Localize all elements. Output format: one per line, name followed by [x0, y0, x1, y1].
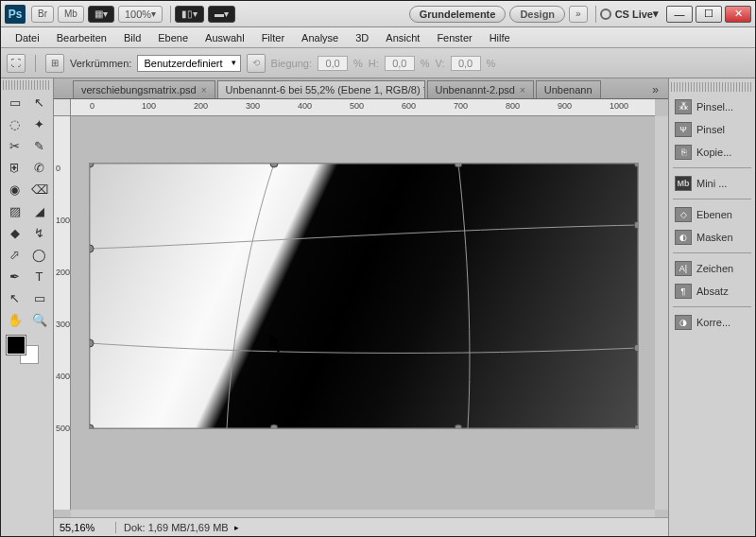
workspace-design[interactable]: Design: [509, 6, 565, 23]
minimize-button[interactable]: —: [666, 6, 693, 23]
ruler-vertical[interactable]: 0100200300400500: [54, 116, 71, 510]
workspace-more[interactable]: »: [569, 6, 588, 23]
panel-grip[interactable]: [3, 80, 51, 90]
chevron-right-icon[interactable]: ▸: [234, 523, 239, 532]
panel-absatz[interactable]: ¶Absatz: [671, 280, 753, 303]
screenmode-button[interactable]: ▦▾: [88, 6, 114, 23]
bend-label: Biegung:: [271, 58, 312, 69]
tool-0[interactable]: ▭: [3, 92, 26, 113]
bend-field[interactable]: 0,0: [318, 56, 348, 71]
ruler-origin[interactable]: [54, 99, 71, 116]
tool-20[interactable]: ✋: [3, 309, 26, 330]
zoom-dropdown[interactable]: 100% ▾: [118, 6, 163, 23]
tool-7[interactable]: ✆: [27, 157, 51, 178]
tool-17[interactable]: T: [27, 266, 51, 286]
tool-3[interactable]: ✦: [27, 113, 51, 134]
tab-overflow[interactable]: »: [646, 81, 664, 98]
warp-preset-select[interactable]: Benutzerdefiniert: [137, 55, 240, 72]
document-content[interactable]: [90, 164, 638, 428]
orientation-icon[interactable]: ⟲: [247, 54, 266, 73]
v-field[interactable]: 0,0: [451, 56, 481, 71]
tool-13[interactable]: ↯: [27, 222, 51, 243]
workspace-grundelemente[interactable]: Grundelemente: [409, 6, 507, 23]
tool-16[interactable]: ✒: [3, 266, 26, 286]
panel-kopie...[interactable]: ⎘Kopie...: [671, 141, 753, 164]
cs-live-button[interactable]: CS Live ▾: [600, 8, 659, 20]
tool-15[interactable]: ◯: [27, 244, 51, 265]
color-swatches[interactable]: [3, 334, 51, 364]
panel-grip[interactable]: [671, 82, 753, 92]
panel-label: Kopie...: [696, 147, 731, 158]
ruler-horizontal[interactable]: 01002003004005006007008009001000: [71, 99, 655, 116]
warp-grid-icon[interactable]: ⊞: [45, 54, 64, 73]
doc-tab-4[interactable]: Unbenann: [536, 80, 601, 98]
menu-ebene[interactable]: Ebene: [149, 30, 197, 45]
scrollbar-vertical[interactable]: [655, 116, 668, 510]
doc-tab-1[interactable]: verschiebungsmatrix.psd×: [73, 80, 215, 98]
menubar: Datei Bearbeiten Bild Ebene Auswahl Filt…: [1, 27, 755, 48]
panel-icon: ⎘: [675, 145, 692, 160]
menu-ansicht[interactable]: Ansicht: [377, 30, 428, 45]
panel-label: Absatz: [696, 286, 729, 297]
tool-8[interactable]: ◉: [3, 179, 26, 199]
panel-masken[interactable]: ◐Masken: [671, 226, 753, 249]
tool-10[interactable]: ▨: [3, 200, 26, 221]
tool-1[interactable]: ↖: [27, 92, 51, 113]
tool-5[interactable]: ✎: [27, 135, 51, 156]
doc-tab-3[interactable]: Unbenannt-2.psd×: [427, 80, 534, 98]
bridge-button[interactable]: Br: [31, 6, 54, 23]
tool-12[interactable]: ◆: [3, 222, 26, 243]
screenmode2-button[interactable]: ▬▾: [208, 6, 235, 23]
foreground-swatch[interactable]: [7, 336, 26, 355]
scrollbar-horizontal[interactable]: [71, 510, 655, 517]
panel-label: Masken: [696, 232, 733, 243]
tool-21[interactable]: 🔍: [27, 309, 51, 330]
maximize-button[interactable]: ☐: [696, 6, 722, 23]
tool-14[interactable]: ⬀: [3, 244, 26, 265]
v-label: V:: [436, 58, 445, 69]
h-field[interactable]: 0,0: [385, 56, 415, 71]
menu-bild[interactable]: Bild: [115, 30, 149, 45]
tool-4[interactable]: ✂: [3, 135, 26, 156]
menu-3d[interactable]: 3D: [347, 30, 377, 45]
menu-auswahl[interactable]: Auswahl: [197, 30, 253, 45]
panel-korre...[interactable]: ◑Korre...: [671, 311, 753, 334]
panel-zeichen[interactable]: A|Zeichen: [671, 257, 753, 280]
tool-11[interactable]: ◢: [27, 200, 51, 221]
close-icon[interactable]: ×: [520, 85, 525, 95]
menu-datei[interactable]: Datei: [7, 30, 48, 45]
app-logo: Ps: [5, 5, 26, 24]
h-label: H:: [369, 58, 379, 69]
canvas-viewport[interactable]: [71, 116, 655, 510]
tool-9[interactable]: ⌫: [27, 179, 51, 199]
panel-label: Pinsel: [696, 124, 725, 135]
zoom-field[interactable]: 55,16%: [60, 522, 116, 533]
document-tabbar: verschiebungsmatrix.psd× Unbenannt-6 bei…: [54, 78, 668, 99]
panel-pinsel[interactable]: ΨPinsel: [671, 118, 753, 141]
panel-pinsel...[interactable]: ⁂Pinsel...: [671, 95, 753, 118]
doc-tab-2[interactable]: Unbenannt-6 bei 55,2% (Ebene 1, RGB/8) *…: [217, 80, 425, 98]
doc-info[interactable]: Dok: 1,69 MB/1,69 MB: [116, 522, 229, 533]
panel-label: Korre...: [696, 317, 730, 328]
menu-hilfe[interactable]: Hilfe: [481, 30, 519, 45]
tool-6[interactable]: ⛨: [3, 157, 26, 178]
panel-icon: ¶: [675, 284, 692, 299]
panel-ebenen[interactable]: ◇Ebenen: [671, 203, 753, 226]
menu-analyse[interactable]: Analyse: [293, 30, 347, 45]
tool-19[interactable]: ▭: [27, 287, 51, 308]
transform-icon[interactable]: ⛶: [7, 54, 26, 73]
menu-fenster[interactable]: Fenster: [428, 30, 480, 45]
arrange-button[interactable]: ▮▯▾: [175, 6, 204, 23]
close-icon[interactable]: ×: [201, 85, 207, 95]
warp-label: Verkrümmen:: [70, 58, 131, 69]
panel-icon: ◑: [675, 315, 692, 330]
close-button[interactable]: ✕: [725, 6, 751, 23]
panel-label: Zeichen: [696, 263, 733, 274]
menu-bearbeiten[interactable]: Bearbeiten: [48, 30, 115, 45]
panel-dock: ⁂Pinsel...ΨPinsel⎘Kopie...MbMini ...◇Ebe…: [668, 78, 755, 536]
minibridge-button[interactable]: Mb: [58, 6, 84, 23]
tool-2[interactable]: ◌: [3, 113, 26, 134]
tool-18[interactable]: ↖: [3, 287, 26, 308]
panel-mini ...[interactable]: MbMini ...: [671, 172, 753, 195]
menu-filter[interactable]: Filter: [253, 30, 293, 45]
